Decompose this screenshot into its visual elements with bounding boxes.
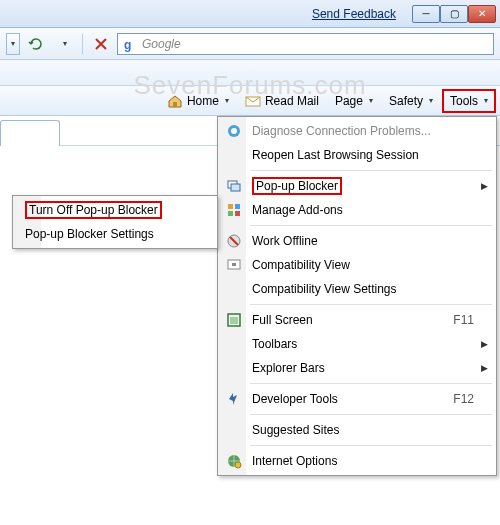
mail-icon	[245, 93, 261, 109]
menu-label: Full Screen	[252, 313, 415, 327]
shortcut-label: F11	[453, 313, 474, 327]
history-dropdown[interactable]: ▾	[6, 33, 20, 55]
menu-label: Diagnose Connection Problems...	[252, 124, 474, 138]
svg-point-16	[235, 462, 241, 468]
refresh-button[interactable]	[24, 32, 48, 56]
stop-button[interactable]	[89, 32, 113, 56]
refresh-dropdown[interactable]: ▾	[52, 32, 76, 56]
navigation-row: ▾ ▾ g	[0, 28, 500, 60]
stop-icon	[93, 36, 109, 52]
menu-separator	[250, 445, 492, 446]
chevron-down-icon: ▾	[429, 96, 433, 105]
safety-button[interactable]: Safety ▾	[382, 89, 440, 113]
refresh-icon	[28, 36, 44, 52]
menu-popup-blocker[interactable]: Pop-up Blocker ▶	[220, 174, 494, 198]
tools-label: Tools	[450, 94, 478, 108]
home-icon	[167, 93, 183, 109]
fullscreen-icon	[224, 310, 244, 330]
submenu-popup-settings[interactable]: Pop-up Blocker Settings	[15, 222, 215, 246]
window-titlebar: Send Feedback ─ ▢ ✕	[0, 0, 500, 28]
tab-row-spacer	[0, 60, 500, 86]
menu-label: Suggested Sites	[252, 423, 474, 437]
svg-rect-7	[228, 204, 233, 209]
command-bar: Home ▾ Read Mail Page ▾ Safety ▾ Tools ▾	[0, 86, 500, 116]
devtools-icon	[224, 389, 244, 409]
close-button[interactable]: ✕	[468, 5, 496, 23]
readmail-label: Read Mail	[265, 94, 319, 108]
page-button[interactable]: Page ▾	[328, 89, 380, 113]
menu-work-offline[interactable]: Work Offline	[220, 229, 494, 253]
window-controls: ─ ▢ ✕	[412, 5, 496, 23]
svg-rect-14	[230, 317, 238, 324]
svg-rect-1	[173, 102, 177, 107]
chevron-down-icon: ▾	[225, 96, 229, 105]
blank-icon	[224, 358, 244, 378]
menu-reopen[interactable]: Reopen Last Browsing Session	[220, 143, 494, 167]
menu-explorer-bars[interactable]: Explorer Bars ▶	[220, 356, 494, 380]
menu-label: Turn Off Pop-up Blocker	[25, 201, 195, 219]
maximize-button[interactable]: ▢	[440, 5, 468, 23]
menu-label: Explorer Bars	[252, 361, 474, 375]
blank-icon	[224, 145, 244, 165]
diagnose-icon	[224, 121, 244, 141]
menu-label: Compatibility View Settings	[252, 282, 474, 296]
page-label: Page	[335, 94, 363, 108]
menu-label: Pop-up Blocker Settings	[25, 227, 195, 241]
menu-devtools[interactable]: Developer Tools F12	[220, 387, 494, 411]
menu-internet-options[interactable]: Internet Options	[220, 449, 494, 473]
minimize-button[interactable]: ─	[412, 5, 440, 23]
menu-separator	[250, 383, 492, 384]
compat-icon	[224, 255, 244, 275]
submenu-arrow-icon: ▶	[481, 363, 488, 373]
submenu-arrow-icon: ▶	[481, 339, 488, 349]
blank-icon	[224, 279, 244, 299]
menu-separator	[250, 225, 492, 226]
safety-label: Safety	[389, 94, 423, 108]
menu-suggested-sites[interactable]: Suggested Sites	[220, 418, 494, 442]
google-icon: g	[122, 36, 138, 52]
menu-label: Work Offline	[252, 234, 474, 248]
shortcut-label: F12	[453, 392, 474, 406]
svg-rect-10	[235, 211, 240, 216]
blank-icon	[224, 334, 244, 354]
popup-icon	[224, 176, 244, 196]
menu-label: Pop-up Blocker	[252, 177, 474, 195]
menu-fullscreen[interactable]: Full Screen F11	[220, 308, 494, 332]
tools-button[interactable]: Tools ▾	[442, 89, 496, 113]
tools-menu: Diagnose Connection Problems... Reopen L…	[217, 116, 497, 476]
svg-rect-8	[235, 204, 240, 209]
menu-label: Developer Tools	[252, 392, 415, 406]
menu-label: Reopen Last Browsing Session	[252, 148, 474, 162]
menu-label: Manage Add-ons	[252, 203, 474, 217]
search-input[interactable]	[142, 37, 489, 51]
svg-rect-9	[228, 211, 233, 216]
browser-tab[interactable]	[0, 120, 60, 146]
popup-blocker-submenu: Turn Off Pop-up Blocker Pop-up Blocker S…	[12, 195, 218, 249]
addons-icon	[224, 200, 244, 220]
readmail-button[interactable]: Read Mail	[238, 89, 326, 113]
home-button[interactable]: Home ▾	[160, 89, 236, 113]
menu-diagnose[interactable]: Diagnose Connection Problems...	[220, 119, 494, 143]
options-icon	[224, 451, 244, 471]
menu-label: Toolbars	[252, 337, 474, 351]
submenu-turnoff-popup[interactable]: Turn Off Pop-up Blocker	[15, 198, 215, 222]
menu-compat-settings[interactable]: Compatibility View Settings	[220, 277, 494, 301]
menu-label: Internet Options	[252, 454, 474, 468]
separator	[82, 34, 83, 54]
svg-point-4	[231, 128, 237, 134]
offline-icon	[224, 231, 244, 251]
menu-compat-view[interactable]: Compatibility View	[220, 253, 494, 277]
svg-text:g: g	[124, 38, 131, 52]
home-label: Home	[187, 94, 219, 108]
submenu-arrow-icon: ▶	[481, 181, 488, 191]
menu-separator	[250, 170, 492, 171]
chevron-down-icon: ▾	[484, 96, 488, 105]
chevron-down-icon: ▾	[369, 96, 373, 105]
svg-rect-6	[231, 184, 240, 191]
menu-label: Compatibility View	[252, 258, 474, 272]
send-feedback-link[interactable]: Send Feedback	[312, 7, 396, 21]
menu-addons[interactable]: Manage Add-ons	[220, 198, 494, 222]
blank-icon	[224, 420, 244, 440]
search-box[interactable]: g	[117, 33, 494, 55]
menu-toolbars[interactable]: Toolbars ▶	[220, 332, 494, 356]
